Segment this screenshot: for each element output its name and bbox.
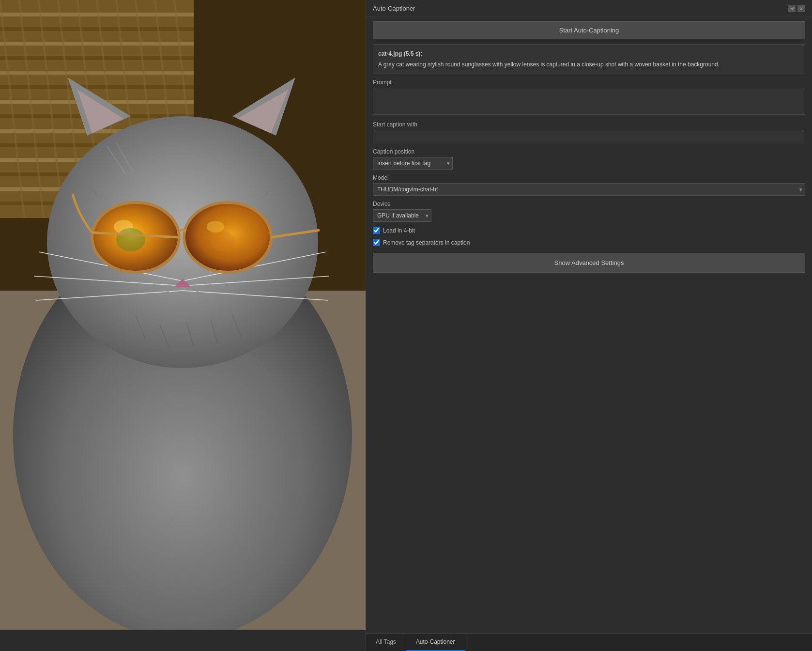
prompt-label: Prompt [373,79,805,86]
svg-point-28 [47,116,318,368]
caption-text: A gray cat wearing stylish round sunglas… [378,60,800,69]
model-select-wrapper: THUDM/cogvlm-chat-hf Salesforce/blip-ima… [373,183,805,196]
start-auto-captioning-button[interactable]: Start Auto-Captioning [373,21,805,39]
remove-separators-checkbox[interactable] [373,239,380,246]
image-panel [0,0,366,630]
caption-filename: cat-4.jpg (5.5 s): [378,49,800,58]
cat-image-svg [0,0,366,630]
caption-position-select[interactable]: Insert before first tag Insert after las… [373,157,453,170]
device-select-wrapper: GPU if available CPU CUDA [373,209,431,222]
close-button[interactable]: ✕ [797,5,805,12]
svg-point-48 [207,221,224,232]
svg-point-50 [211,232,235,251]
panel-title: Auto-Captioner [373,5,415,12]
spacer [373,278,805,628]
remove-separators-label: Remove tag separators in caption [383,239,470,246]
caption-result-box: cat-4.jpg (5.5 s): A gray cat wearing st… [373,44,805,74]
prompt-field-group: Prompt [373,79,805,116]
load-4bit-label: Load in 4-bit [383,227,415,234]
prompt-input[interactable] [373,88,805,115]
start-caption-label: Start caption with [373,121,805,128]
model-select[interactable]: THUDM/cogvlm-chat-hf Salesforce/blip-ima… [373,183,805,196]
load-4bit-checkbox[interactable] [373,227,380,234]
caption-position-label: Caption position [373,148,805,155]
start-caption-input[interactable] [373,130,805,143]
caption-position-select-wrapper: Insert before first tag Insert after las… [373,157,453,170]
panel-content: Start Auto-Captioning cat-4.jpg (5.5 s):… [366,16,812,633]
tab-all-tags[interactable]: All Tags [366,634,406,651]
caption-position-field-group: Caption position Insert before first tag… [373,148,805,170]
restore-button[interactable]: 🗗 [788,5,796,12]
right-panel: Auto-Captioner 🗗 ✕ Start Auto-Captioning… [366,0,812,651]
window-controls: 🗗 ✕ [788,5,805,12]
start-caption-field-group: Start caption with [373,121,805,143]
remove-separators-row: Remove tag separators in caption [373,239,805,246]
model-field-group: Model THUDM/cogvlm-chat-hf Salesforce/bl… [373,174,805,196]
panel-header: Auto-Captioner 🗗 ✕ [366,0,812,16]
tab-auto-captioner[interactable]: Auto-Captioner [406,634,465,651]
main-layout: Auto-Captioner 🗗 ✕ Start Auto-Captioning… [0,0,812,651]
show-advanced-settings-button[interactable]: Show Advanced Settings [373,253,805,273]
load-4bit-row: Load in 4-bit [373,227,805,234]
model-label: Model [373,174,805,181]
bottom-tabs: All Tags Auto-Captioner [366,633,812,651]
device-label: Device [373,201,805,207]
device-field-group: Device GPU if available CPU CUDA [373,201,805,222]
device-select[interactable]: GPU if available CPU CUDA [373,209,431,222]
svg-point-49 [116,228,145,251]
